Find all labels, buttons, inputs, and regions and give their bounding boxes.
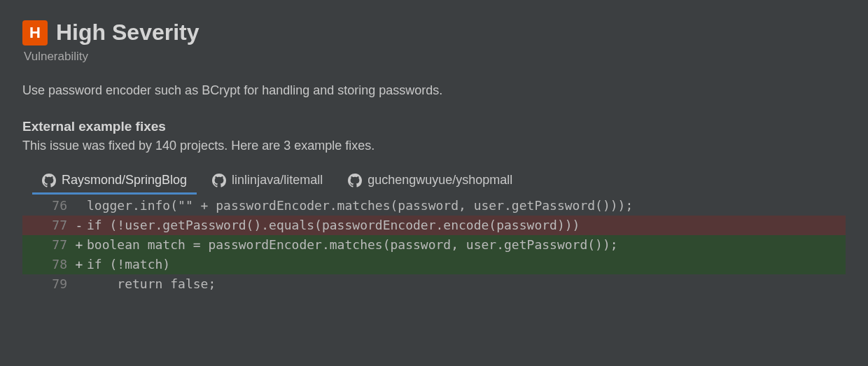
tab-label: linlinjava/litemall xyxy=(232,173,323,188)
diff-code: return false; xyxy=(87,274,846,294)
tab-label: guchengwuyue/yshopmall xyxy=(368,173,512,188)
tab-guchengwuyue-yshopmall[interactable]: guchengwuyue/yshopmall xyxy=(345,169,515,193)
diff-sign: + xyxy=(71,235,87,255)
line-number: 78 xyxy=(22,255,71,274)
diff-sign: - xyxy=(71,216,87,235)
fix-tabs: Raysmond/SpringBlog linlinjava/litemall … xyxy=(22,169,846,193)
tab-raysmond-springblog[interactable]: Raysmond/SpringBlog xyxy=(39,169,190,193)
severity-badge: H xyxy=(22,20,48,45)
diff-line-added: 78 + if (!match) xyxy=(22,255,846,274)
github-icon xyxy=(42,174,56,188)
severity-title: High Severity xyxy=(56,20,200,45)
diff-code: if (!match) xyxy=(87,255,846,274)
vulnerability-description: Use password encoder such as BCrypt for … xyxy=(22,83,846,98)
line-number: 76 xyxy=(22,196,71,216)
diff-line: 79 return false; xyxy=(22,274,846,294)
line-number: 79 xyxy=(22,274,71,294)
tab-linlinjava-litemall[interactable]: linlinjava/litemall xyxy=(209,169,326,193)
severity-subtitle: Vulnerability xyxy=(24,50,846,64)
github-icon xyxy=(348,174,362,188)
diff-line: 76 logger.info("" + passwordEncoder.matc… xyxy=(22,196,846,216)
diff-sign xyxy=(71,274,87,294)
fixes-subheading: This issue was fixed by 140 projects. He… xyxy=(22,139,846,153)
severity-header: H High Severity xyxy=(22,20,846,45)
fixes-heading: External example fixes xyxy=(22,119,846,134)
diff-sign: + xyxy=(71,255,87,274)
diff-code: logger.info("" + passwordEncoder.matches… xyxy=(87,196,846,216)
github-icon xyxy=(212,174,226,188)
diff-code: if (!user.getPassword().equals(passwordE… xyxy=(87,216,846,235)
line-number: 77 xyxy=(22,216,71,235)
line-number: 77 xyxy=(22,235,71,255)
diff-sign xyxy=(71,196,87,216)
diff-viewer: 76 logger.info("" + passwordEncoder.matc… xyxy=(22,193,846,293)
diff-code: boolean match = passwordEncoder.matches(… xyxy=(87,235,846,255)
tab-label: Raysmond/SpringBlog xyxy=(62,173,187,188)
diff-line-removed: 77 - if (!user.getPassword().equals(pass… xyxy=(22,216,846,235)
diff-line-added: 77 + boolean match = passwordEncoder.mat… xyxy=(22,235,846,255)
